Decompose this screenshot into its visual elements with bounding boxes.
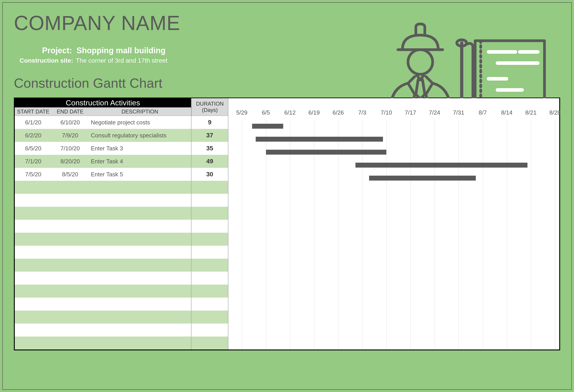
duration-cell <box>191 285 228 298</box>
duration-cell <box>191 336 228 350</box>
cell-end-date: 6/10/20 <box>52 119 89 126</box>
tick-label: 7/31 <box>453 109 464 116</box>
table-row: 6/1/206/10/20Negotiate project costs <box>15 116 191 129</box>
bar-row <box>228 275 559 289</box>
duration-label: DURATION <box>196 101 224 107</box>
duration-column: DURATION (Days) 937354930 <box>191 98 228 350</box>
bar-row <box>228 340 559 353</box>
tick-label: 6/26 <box>332 109 344 116</box>
table-row <box>15 207 191 220</box>
cell-description: Enter Task 4 <box>89 158 191 165</box>
page-frame: COMPANY NAME Project: Shopping mall buil… <box>2 2 572 390</box>
tick-label: 7/24 <box>429 109 440 116</box>
cell-end-date: 7/10/20 <box>52 145 89 152</box>
timeline-header: 5/296/56/126/196/267/37/107/177/247/318/… <box>228 98 559 120</box>
table-row <box>15 246 191 259</box>
gantt-container: Construction Activities START DATE END D… <box>14 98 560 351</box>
cell-start-date: 6/1/20 <box>15 119 52 126</box>
bar-row <box>228 263 559 275</box>
header: COMPANY NAME Project: Shopping mall buil… <box>14 12 560 91</box>
bar-row <box>228 236 559 249</box>
table-row <box>15 181 191 194</box>
cell-end-date: 8/20/20 <box>52 158 89 165</box>
bar-row <box>228 210 559 224</box>
project-label: Project: <box>14 46 72 55</box>
cell-description: Negotiate project costs <box>89 119 191 126</box>
table-row <box>15 272 191 285</box>
bar-row <box>228 327 559 340</box>
duration-cell: 35 <box>191 142 228 155</box>
cell-description: Consult regulatory specialists <box>89 132 191 139</box>
duration-cell <box>191 194 228 207</box>
chart-body <box>228 120 559 350</box>
table-row <box>15 298 191 310</box>
bar-row <box>228 172 559 185</box>
tick-label: 8/7 <box>479 109 487 116</box>
tick-label: 5/29 <box>236 109 248 116</box>
cell-end-date: 7/9/20 <box>52 132 89 139</box>
gantt-bar <box>256 137 383 142</box>
bar-row <box>228 146 559 159</box>
cell-end-date: 8/5/20 <box>52 171 89 178</box>
gantt-bar <box>266 150 386 155</box>
table-row <box>15 220 191 233</box>
cell-start-date: 7/5/20 <box>15 171 52 178</box>
tick-label: 6/19 <box>308 109 320 116</box>
tick-label: 6/5 <box>262 109 270 116</box>
duration-rows: 937354930 <box>191 116 228 350</box>
duration-cell <box>191 310 228 324</box>
col-end-date: END DATE <box>52 108 89 115</box>
duration-cell <box>191 246 228 259</box>
bar-row <box>228 289 559 301</box>
bar-row <box>228 185 559 198</box>
table-row <box>15 310 191 324</box>
gantt-bar <box>369 176 476 181</box>
gantt-bar <box>252 124 283 129</box>
site-value: The corner of 3rd and 17th street <box>76 57 167 64</box>
bar-row <box>228 314 559 327</box>
gantt-bar <box>355 163 528 167</box>
duration-cell <box>191 181 228 194</box>
tick-label: 7/10 <box>381 109 392 116</box>
table-row <box>15 194 191 207</box>
tick-label: 7/3 <box>358 109 366 116</box>
duration-cell <box>191 298 228 310</box>
tick-label: 7/17 <box>405 109 416 116</box>
activities-header: Construction Activities <box>15 98 191 107</box>
duration-cell <box>191 220 228 233</box>
activities-subheader: START DATE END DATE DESCRIPTION <box>15 107 191 116</box>
table-row <box>15 233 191 246</box>
cell-description: Enter Task 3 <box>89 145 191 152</box>
project-value: Shopping mall building <box>77 46 165 55</box>
activities-rows: 6/1/206/10/20Negotiate project costs6/2/… <box>15 116 191 350</box>
cell-start-date: 6/5/20 <box>15 145 52 152</box>
timeline-column: 5/296/56/126/196/267/37/107/177/247/318/… <box>228 98 559 350</box>
cell-start-date: 6/2/20 <box>15 132 52 139</box>
activities-column: Construction Activities START DATE END D… <box>15 98 191 350</box>
bar-row <box>228 249 559 263</box>
duration-cell: 9 <box>191 116 228 129</box>
duration-cell <box>191 207 228 220</box>
tick-label: 8/28 <box>549 109 561 116</box>
duration-cell <box>191 272 228 285</box>
tick-label: 6/12 <box>284 109 296 116</box>
table-row <box>15 259 191 272</box>
col-description: DESCRIPTION <box>89 108 191 115</box>
site-label: Construction site: <box>14 57 73 64</box>
bar-row <box>228 159 559 172</box>
table-row: 7/1/208/20/20Enter Task 4 <box>15 155 191 168</box>
table-row <box>15 324 191 336</box>
bar-row <box>228 224 559 236</box>
duration-unit: (Days) <box>202 107 218 113</box>
duration-cell <box>191 233 228 246</box>
bar-row <box>228 301 559 314</box>
table-row <box>15 285 191 298</box>
bar-row <box>228 120 559 133</box>
table-row <box>15 336 191 350</box>
tick-label: 8/21 <box>525 109 537 116</box>
col-start-date: START DATE <box>15 108 52 115</box>
table-row: 6/5/207/10/20Enter Task 3 <box>15 142 191 155</box>
cell-description: Enter Task 5 <box>89 171 191 178</box>
duration-cell <box>191 324 228 336</box>
bar-row <box>228 198 559 210</box>
